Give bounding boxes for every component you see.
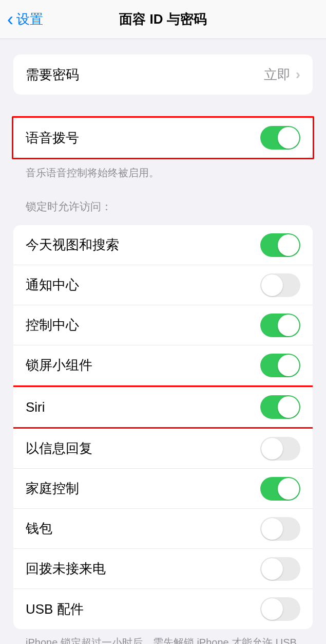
lock-access-item-label: 通知中心 [26, 276, 79, 294]
chevron-right-icon: › [296, 66, 300, 83]
lock-access-row: 家庭控制 [13, 469, 313, 509]
lock-access-toggle[interactable] [260, 233, 300, 257]
voice-dial-label: 语音拨号 [26, 129, 79, 147]
lock-access-row: 钱包 [13, 509, 313, 549]
toggle-knob [261, 274, 283, 296]
toggle-knob [278, 315, 299, 336]
lock-access-toggle[interactable] [260, 354, 300, 377]
back-label: 设置 [16, 10, 43, 28]
lock-access-footer: iPhone 锁定超过一小时后，需先解锁 iPhone 才能允许 USB 配件连… [13, 629, 313, 644]
back-button[interactable]: ‹ 设置 [7, 10, 43, 29]
lock-access-row: 回拨未接来电 [13, 549, 313, 589]
passcode-group: 需要密码 立即 › [13, 54, 313, 95]
page-title: 面容 ID 与密码 [119, 10, 206, 28]
require-passcode-row[interactable]: 需要密码 立即 › [13, 54, 313, 95]
highlight-siri: Siri [13, 385, 313, 429]
lock-access-item-label: Siri [26, 399, 45, 415]
toggle-knob [278, 478, 299, 500]
lock-access-group: 今天视图和搜索通知中心控制中心锁屏小组件Siri以信息回复家庭控制钱包回拨未接来… [13, 225, 313, 629]
lock-access-row: 以信息回复 [13, 429, 313, 469]
lock-access-toggle[interactable] [260, 517, 300, 541]
lock-access-row: USB 配件 [13, 589, 313, 629]
lock-access-item-label: 家庭控制 [26, 480, 79, 498]
voice-dial-footer: 音乐语音控制将始终被启用。 [13, 159, 313, 180]
row-detail: 立即 › [264, 66, 300, 84]
lock-access-toggle[interactable] [260, 597, 300, 621]
voice-dial-group: 语音拨号 [13, 118, 313, 158]
toggle-knob [261, 518, 283, 540]
lock-access-item-label: 钱包 [26, 520, 52, 538]
lock-access-toggle[interactable] [260, 273, 300, 297]
toggle-knob [261, 558, 283, 580]
lock-access-item-label: 锁屏小组件 [26, 356, 92, 374]
lock-access-row: 通知中心 [13, 265, 313, 305]
lock-access-header: 锁定时允许访问： [13, 180, 313, 219]
lock-access-toggle[interactable] [260, 395, 300, 419]
toggle-knob [261, 438, 283, 459]
lock-access-item-label: 今天视图和搜索 [26, 236, 119, 254]
voice-dial-toggle[interactable] [260, 126, 300, 150]
lock-access-row: Siri [13, 387, 313, 427]
lock-access-item-label: 以信息回复 [26, 439, 92, 457]
lock-access-item-label: 控制中心 [26, 316, 79, 334]
highlight-voice-dial: 语音拨号 [12, 116, 314, 159]
lock-access-toggle[interactable] [260, 477, 300, 501]
lock-access-item-label: USB 配件 [26, 600, 84, 618]
toggle-knob [261, 598, 283, 620]
require-passcode-value: 立即 [264, 66, 291, 84]
toggle-knob [278, 355, 299, 376]
voice-dial-row: 语音拨号 [13, 118, 313, 158]
toggle-knob [278, 127, 299, 149]
lock-access-row: 锁屏小组件 [13, 345, 313, 385]
lock-access-row: 今天视图和搜索 [13, 225, 313, 265]
toggle-knob [278, 234, 299, 256]
chevron-left-icon: ‹ [7, 10, 13, 29]
require-passcode-label: 需要密码 [26, 66, 79, 84]
lock-access-toggle[interactable] [260, 557, 300, 581]
lock-access-row: 控制中心 [13, 305, 313, 345]
lock-access-item-label: 回拨未接来电 [26, 560, 106, 578]
lock-access-toggle[interactable] [260, 437, 300, 461]
toggle-knob [278, 396, 299, 418]
nav-header: ‹ 设置 面容 ID 与密码 [0, 0, 326, 39]
lock-access-toggle[interactable] [260, 314, 300, 337]
